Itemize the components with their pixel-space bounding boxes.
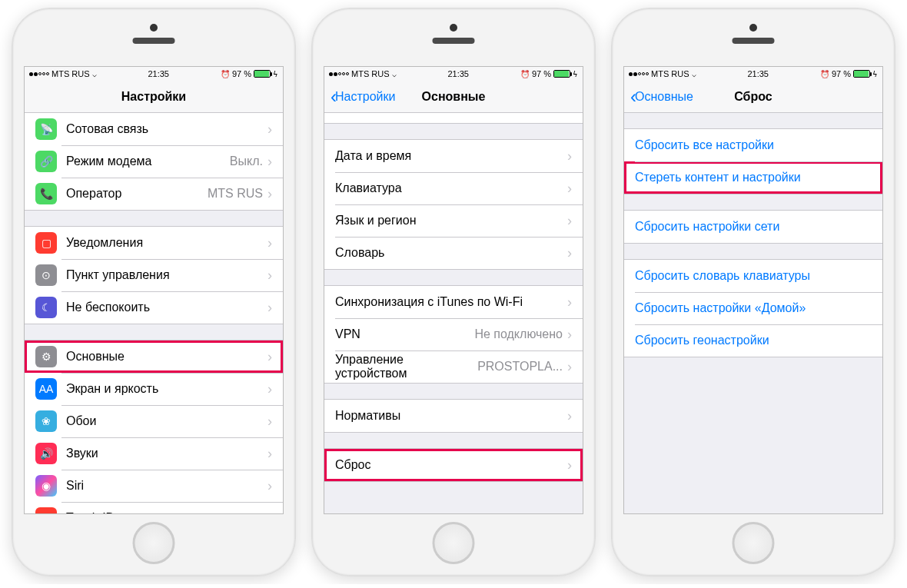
carrier-label: MTS RUS — [651, 69, 689, 78]
row-label: Дата и время — [335, 149, 567, 163]
chevron-right-icon: › — [567, 294, 572, 311]
settings-row[interactable]: VPNНе подключено› — [324, 318, 583, 350]
settings-row[interactable]: Язык и регион› — [324, 204, 583, 237]
settings-row[interactable]: ▢Уведомления› — [25, 227, 283, 259]
settings-row[interactable]: Синхронизация с iTunes по Wi-Fi› — [324, 286, 583, 318]
chevron-right-icon: › — [267, 446, 272, 462]
settings-list[interactable]: 📡Сотовая связь›🔗Режим модемаВыкл.›📞Опера… — [25, 113, 283, 513]
alarm-icon: ⏰ — [820, 70, 829, 78]
row-value: MTS RUS — [208, 187, 263, 201]
dnd-icon: ☾ — [35, 297, 57, 318]
row-value: Выкл. — [530, 113, 563, 114]
battery-icon — [553, 70, 570, 78]
screen-reset: MTS RUS ⌵ 21:35 ⏰ 97 % ϟ ‹ Основные Сбро… — [623, 66, 883, 514]
settings-row[interactable]: Клавиатура› — [324, 172, 583, 204]
row-label: Синхронизация с iTunes по Wi-Fi — [335, 295, 567, 309]
chevron-right-icon: › — [567, 113, 572, 115]
settings-row[interactable]: 📡Сотовая связь› — [25, 113, 283, 145]
general-icon: ⚙ — [35, 346, 57, 367]
battery-pct: 97 % — [832, 69, 851, 78]
settings-row[interactable]: Сброс› — [324, 449, 583, 481]
status-time: 21:35 — [447, 69, 469, 78]
general-list[interactable]: ОграниченияВыкл.›Дата и время›Клавиатура… — [324, 113, 583, 513]
settings-row[interactable]: ◉Siri› — [25, 470, 283, 502]
settings-row[interactable]: Управление устройствомPROSTOPLA...› — [324, 350, 583, 383]
battery-pct: 97 % — [232, 69, 251, 78]
carrier-label: MTS RUS — [51, 69, 90, 78]
settings-row[interactable]: 🔗Режим модемаВыкл.› — [25, 145, 283, 178]
nav-back-button[interactable]: ‹ Основные — [630, 88, 693, 106]
settings-group: ⚙Основные›AAЭкран и яркость›❀Обои›🔊Звуки… — [25, 340, 283, 513]
settings-row[interactable]: Сбросить все настройки — [624, 129, 882, 161]
row-label: Сброс — [335, 458, 567, 472]
sounds-icon: 🔊 — [35, 443, 57, 464]
home-button[interactable] — [133, 522, 175, 564]
settings-row[interactable]: 📞ОператорMTS RUS› — [25, 178, 283, 210]
row-value: Выкл. — [230, 154, 263, 168]
chevron-right-icon: › — [567, 213, 572, 229]
row-label: Стереть контент и настройки — [635, 171, 872, 184]
settings-group: ОграниченияВыкл.› — [324, 113, 583, 124]
chevron-right-icon: › — [267, 478, 272, 494]
settings-row[interactable]: ⚙Основные› — [25, 341, 283, 373]
iphone-reset: MTS RUS ⌵ 21:35 ⏰ 97 % ϟ ‹ Основные Сбро… — [611, 8, 895, 576]
alarm-icon: ⏰ — [221, 70, 230, 78]
settings-group: ▢Уведомления›⊙Пункт управления›☾Не беспо… — [25, 226, 283, 324]
chevron-right-icon: › — [567, 327, 572, 343]
chevron-right-icon: › — [567, 457, 572, 473]
iphone-settings-root: MTS RUS ⌵ 21:35 ⏰ 97 % ϟ Настройки 📡Сото… — [12, 8, 296, 576]
settings-row[interactable]: ◉Touch ID и код-пароль› — [25, 502, 283, 513]
settings-row[interactable]: Стереть контент и настройки — [624, 161, 882, 194]
nav-back-button[interactable]: ‹ Настройки — [331, 88, 395, 106]
row-label: Клавиатура — [335, 181, 567, 195]
settings-row[interactable]: ⊙Пункт управления› — [25, 259, 283, 291]
phone-speaker — [133, 38, 175, 44]
settings-row[interactable]: 🔊Звуки› — [25, 437, 283, 470]
signal-strength-icon — [29, 72, 49, 76]
phone-camera — [150, 24, 158, 32]
settings-group: Сброс› — [324, 448, 583, 482]
settings-row[interactable]: ОграниченияВыкл.› — [324, 113, 583, 123]
settings-row[interactable]: Сбросить настройки «Домой» — [624, 292, 882, 324]
wifi-icon: ⌵ — [692, 70, 696, 78]
status-bar: MTS RUS ⌵ 21:35 ⏰ 97 % ϟ — [25, 67, 283, 81]
alarm-icon: ⏰ — [520, 70, 530, 78]
chevron-right-icon: › — [267, 154, 272, 170]
settings-row[interactable]: Сбросить геонастройки — [624, 324, 882, 357]
chevron-right-icon: › — [567, 148, 572, 164]
settings-row[interactable]: Сбросить словарь клавиатуры — [624, 260, 882, 292]
settings-row[interactable]: AAЭкран и яркость› — [25, 373, 283, 405]
row-label: Сбросить геонастройки — [635, 334, 872, 347]
nav-title: Настройки — [121, 90, 186, 104]
row-label: Сбросить словарь клавиатуры — [635, 269, 872, 283]
settings-row[interactable]: Словарь› — [324, 237, 583, 269]
charging-icon: ϟ — [273, 70, 278, 78]
control-icon: ⊙ — [35, 264, 57, 286]
row-label: Экран и яркость — [66, 382, 267, 396]
settings-row[interactable]: ❀Обои› — [25, 405, 283, 437]
status-time: 21:35 — [747, 69, 769, 78]
settings-row[interactable]: Дата и время› — [324, 140, 583, 172]
carrier-label: MTS RUS — [351, 69, 390, 78]
row-label: VPN — [335, 327, 474, 341]
settings-row[interactable]: ☾Не беспокоить› — [25, 291, 283, 324]
home-button[interactable] — [733, 522, 775, 564]
reset-list[interactable]: Сбросить все настройкиСтереть контент и … — [624, 113, 882, 513]
chevron-right-icon: › — [267, 186, 272, 202]
row-label: Siri — [66, 479, 267, 493]
settings-row[interactable]: Сбросить настройки сети — [624, 211, 882, 243]
row-label: Touch ID и код-пароль — [66, 511, 267, 513]
row-label: Не беспокоить — [66, 301, 267, 314]
wifi-icon: ⌵ — [392, 70, 397, 78]
charging-icon: ϟ — [872, 70, 878, 78]
row-label: Ограничения — [335, 113, 530, 114]
row-label: Язык и регион — [335, 214, 567, 228]
row-label: Основные — [66, 350, 267, 364]
battery-icon — [254, 70, 271, 78]
iphone-general: MTS RUS ⌵ 21:35 ⏰ 97 % ϟ ‹ Настройки Осн… — [311, 8, 596, 576]
chevron-right-icon: › — [567, 359, 572, 375]
home-button[interactable] — [433, 522, 475, 564]
row-label: Сбросить все настройки — [635, 138, 872, 152]
row-label: Управление устройством — [335, 353, 477, 380]
settings-row[interactable]: Нормативы› — [324, 400, 583, 432]
